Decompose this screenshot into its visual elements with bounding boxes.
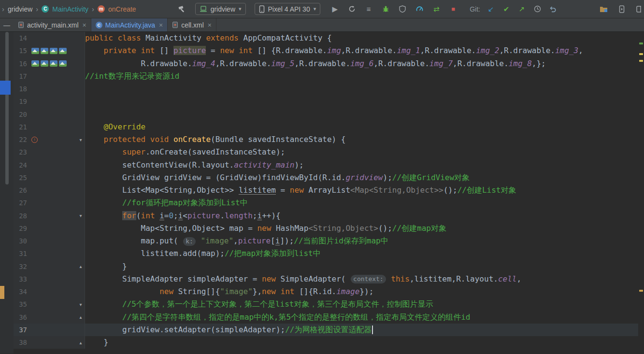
- code-line[interactable]: 37 gridView.setAdapter(simpleAdapter);//…: [14, 324, 638, 336]
- gutter[interactable]: 15: [14, 44, 85, 57]
- history-clock-icon[interactable]: [532, 4, 542, 14]
- gutter[interactable]: 24: [14, 159, 85, 171]
- gutter[interactable]: 26: [14, 184, 85, 197]
- code-line[interactable]: 31 listitem.add(map);//把map对象添加到list中: [14, 247, 638, 260]
- drawable-preview-icon[interactable]: [50, 60, 57, 67]
- rollback-icon[interactable]: [548, 4, 558, 14]
- fold-marker[interactable]: ▴: [77, 264, 85, 269]
- line-number[interactable]: 38: [14, 339, 27, 346]
- error-stripe-mark[interactable]: [639, 53, 643, 55]
- gutter[interactable]: 25: [14, 171, 85, 184]
- hide-window-bars-icon[interactable]: —: [0, 18, 14, 31]
- drawable-preview-icon[interactable]: [31, 60, 39, 67]
- tab-mainactivity-java[interactable]: C MainActivity.java ×: [91, 18, 168, 31]
- build-hammer-icon[interactable]: [177, 4, 186, 14]
- code-text[interactable]: public class MainActivity extends AppCom…: [85, 32, 638, 44]
- line-number[interactable]: 16: [14, 60, 27, 68]
- drawable-preview-icon[interactable]: [50, 48, 57, 54]
- stripe-marker-blue[interactable]: [0, 81, 11, 95]
- code-text[interactable]: protected void onCreate(Bundle savedInst…: [85, 133, 638, 146]
- gutter[interactable]: 38▴: [14, 336, 85, 349]
- running-devices-icon[interactable]: [617, 4, 627, 14]
- close-tab-icon[interactable]: ×: [83, 21, 86, 29]
- notifications-icon[interactable]: [635, 4, 641, 14]
- gutter[interactable]: 32▴: [14, 260, 85, 273]
- tab-activity-main-xml[interactable]: activity_main.xml ×: [14, 18, 91, 31]
- code-text[interactable]: Map<String,Object> map = new HashMap<Str…: [85, 222, 638, 235]
- line-number[interactable]: 22: [14, 136, 27, 143]
- gutter[interactable]: 23: [14, 146, 85, 158]
- line-number[interactable]: 24: [14, 161, 27, 169]
- code-text[interactable]: super.onCreate(savedInstanceState);: [85, 146, 638, 158]
- git-update-icon[interactable]: ↙: [486, 4, 496, 14]
- gutter[interactable]: 35▾: [14, 298, 85, 311]
- git-commit-icon[interactable]: ✔: [501, 4, 511, 14]
- drawable-preview-icon[interactable]: [41, 48, 48, 54]
- device-explorer-icon[interactable]: [599, 4, 608, 14]
- error-stripe-mark[interactable]: [639, 290, 643, 292]
- line-number[interactable]: 26: [14, 186, 27, 194]
- code-line[interactable]: 29 Map<String,Object> map = new HashMap<…: [14, 222, 638, 235]
- code-line[interactable]: 18: [14, 83, 638, 95]
- code-text[interactable]: gridView.setAdapter(simpleAdapter);//为网格…: [85, 324, 638, 336]
- code-text[interactable]: //第四个是字符串数组，指定的是map中的k,第5个指定的是整行的数组，指定布局…: [85, 311, 638, 324]
- code-line[interactable]: 23 super.onCreate(savedInstanceState);: [14, 146, 638, 158]
- breadcrumb-method[interactable]: onCreate: [108, 5, 136, 13]
- gutter[interactable]: 16: [14, 57, 85, 70]
- code-line[interactable]: 26 List<Map<String,Object>> listitem = n…: [14, 184, 638, 197]
- code-line[interactable]: 24 setContentView(R.layout.activity_main…: [14, 159, 638, 171]
- stripe-scrollbar[interactable]: [5, 32, 9, 184]
- gutter[interactable]: 36▴: [14, 311, 85, 324]
- gutter[interactable]: 22↑▾: [14, 133, 85, 146]
- line-number[interactable]: 14: [14, 34, 27, 42]
- stop-button[interactable]: ■: [448, 4, 458, 14]
- code-text[interactable]: private int [] picture = new int [] {R.d…: [85, 44, 638, 57]
- fold-marker[interactable]: ▾: [77, 302, 85, 307]
- code-line[interactable]: 38▴ }: [14, 336, 638, 349]
- line-number[interactable]: 31: [14, 250, 27, 257]
- close-tab-icon[interactable]: ×: [208, 21, 212, 29]
- line-number[interactable]: 19: [14, 98, 27, 105]
- apply-code-changes-icon[interactable]: ⇄: [431, 4, 441, 14]
- code-line[interactable]: 35▾ //5个参数，第一个是上下文对象，第二个是list对象，第三个是布局文件…: [14, 298, 638, 311]
- code-text[interactable]: map.put( k: "image",picture[i]);//当前图片id…: [85, 235, 638, 247]
- line-number[interactable]: 30: [14, 237, 27, 245]
- code-text[interactable]: @Override: [85, 121, 638, 133]
- fold-marker[interactable]: ▴: [77, 314, 85, 320]
- code-line[interactable]: 19: [14, 95, 638, 108]
- line-number[interactable]: 37: [14, 326, 27, 334]
- line-number[interactable]: 18: [14, 85, 27, 93]
- code-line[interactable]: 20: [14, 108, 638, 121]
- code-text[interactable]: SimpleAdapter simpleAdapter = new Simple…: [85, 273, 638, 285]
- line-number[interactable]: 36: [14, 313, 27, 321]
- tab-cell-xml[interactable]: cell.xml ×: [168, 18, 216, 31]
- attach-debugger-icon[interactable]: [398, 4, 407, 14]
- gutter[interactable]: 21: [14, 121, 85, 133]
- profiler-gauge-icon[interactable]: [415, 4, 424, 14]
- breadcrumb-class[interactable]: MainActivity: [52, 5, 88, 13]
- code-line[interactable]: 25 GridView gridView = (GridView)findVie…: [14, 171, 638, 184]
- code-text[interactable]: }: [85, 260, 638, 273]
- code-text[interactable]: R.drawable.img_4,R.drawable.img_5,R.draw…: [85, 57, 638, 70]
- code-line[interactable]: 21 @Override: [14, 121, 638, 133]
- code-text[interactable]: for(int i=0;i<picture.length;i++){: [85, 210, 638, 222]
- code-line[interactable]: 33 SimpleAdapter simpleAdapter = new Sim…: [14, 273, 638, 285]
- error-stripe[interactable]: [638, 32, 644, 354]
- apply-changes-icon[interactable]: [347, 4, 357, 14]
- drawable-preview-icon[interactable]: [59, 48, 67, 54]
- gutter[interactable]: 34: [14, 285, 85, 298]
- error-stripe-mark[interactable]: [639, 42, 643, 44]
- gutter[interactable]: 14: [14, 32, 85, 44]
- line-number[interactable]: 23: [14, 148, 27, 156]
- line-number[interactable]: 33: [14, 275, 27, 283]
- gutter[interactable]: 31: [14, 247, 85, 260]
- gutter[interactable]: 28▾: [14, 210, 85, 222]
- code-line[interactable]: 15 private int [] picture = new int [] {…: [14, 44, 638, 57]
- code-text[interactable]: //int数字用来记录资源id: [85, 70, 638, 83]
- code-line[interactable]: 28▾ for(int i=0;i<picture.length;i++){: [14, 210, 638, 222]
- code-line[interactable]: 32▴ }: [14, 260, 638, 273]
- stripe-marker-orange[interactable]: [0, 286, 4, 299]
- gutter[interactable]: 33: [14, 273, 85, 285]
- line-number[interactable]: 32: [14, 263, 27, 270]
- line-number[interactable]: 29: [14, 225, 27, 232]
